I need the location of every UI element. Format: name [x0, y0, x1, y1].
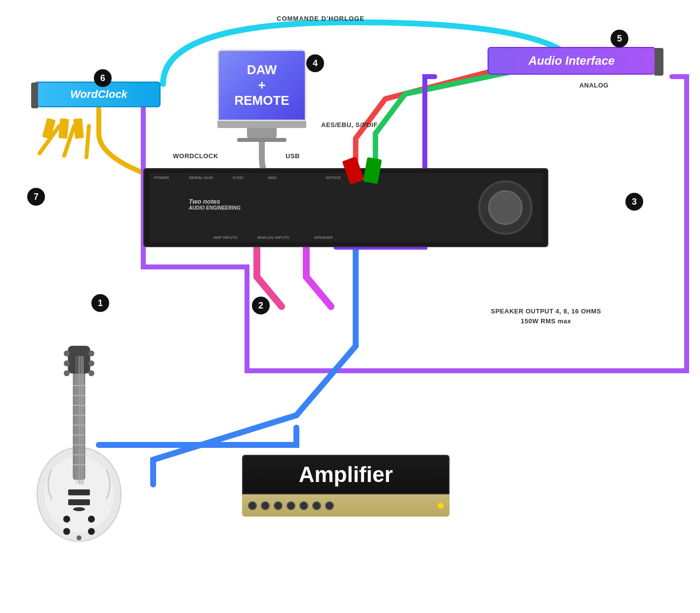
svg-point-11: [88, 360, 94, 366]
rack-fan: [478, 180, 533, 235]
amp-indicator: [438, 503, 444, 509]
amp-bottom: [242, 494, 450, 517]
badge-2: 2: [252, 297, 270, 314]
badge-1: 1: [91, 294, 109, 312]
daw-base: [217, 121, 306, 128]
daw-screen: DAW + REMOTE: [217, 49, 306, 121]
amp-knob-5: [299, 501, 308, 510]
badge-3: 3: [625, 193, 643, 211]
wordclock-label: WordClock: [70, 88, 127, 101]
amp-knob-6: [312, 501, 321, 510]
aes-label: AES/EBU, S/PDIF: [321, 121, 377, 129]
two-notes-brand: Two notes AUDIO ENGINEERING: [189, 198, 241, 211]
badge-5: 5: [611, 30, 628, 47]
rack-bottom-labels: AMP INPUTS ANALOG INPUTS SPEAKER: [213, 235, 332, 240]
svg-point-8: [64, 360, 70, 366]
commande-horloge-label: COMMANDE D'HORLOGE: [277, 15, 365, 22]
amp-knob-2: [261, 501, 270, 510]
daw-stand: [247, 128, 277, 138]
usb-label: USB: [286, 152, 300, 160]
amp-head: Amplifier: [242, 455, 450, 494]
wordclock-handle: [31, 83, 38, 108]
wordclock-connection-label: WORDCLOCK: [173, 152, 218, 160]
diagram-container: COMMANDE D'HORLOGE Audio Interface ANALO…: [0, 0, 700, 613]
amplifier-label: Amplifier: [299, 462, 393, 487]
amp-knob-4: [287, 501, 295, 510]
audio-interface-device: Audio Interface: [488, 47, 656, 75]
daw-monitor: DAW + REMOTE: [217, 49, 306, 142]
analog-label: ANALOG: [579, 82, 609, 89]
svg-point-33: [63, 528, 70, 535]
svg-point-30: [73, 507, 85, 511]
speaker-output-label: SPEAKER OUTPUT 4, 8, 16 OHMS 150W RMS ma…: [491, 306, 602, 326]
svg-point-10: [88, 350, 94, 356]
amp-knob-7: [325, 501, 334, 510]
amplifier-device: Amplifier: [242, 455, 450, 517]
guitar-container: [25, 336, 133, 549]
daw-foot: [237, 138, 287, 142]
svg-rect-29: [68, 499, 90, 505]
svg-point-7: [64, 350, 70, 356]
rack-fan-inner: [488, 190, 523, 225]
audio-interface-label: Audio Interface: [529, 54, 615, 68]
svg-point-12: [88, 370, 94, 376]
svg-point-34: [88, 528, 95, 535]
audio-interface-handle: [655, 48, 663, 76]
svg-line-2: [86, 126, 89, 157]
svg-point-35: [77, 535, 82, 540]
svg-rect-28: [68, 489, 90, 495]
badge-4: 4: [306, 54, 324, 72]
rack-port-labels: POWER SERIAL NUM SYNC MIDI NOTICE: [154, 175, 500, 180]
badge-6: 6: [94, 69, 112, 87]
svg-point-9: [64, 370, 70, 376]
guitar-svg: [25, 336, 133, 549]
wordclock-cables: [44, 119, 83, 138]
xlr-connectors: [346, 158, 380, 185]
svg-point-32: [88, 516, 95, 523]
badge-7: 7: [27, 188, 45, 206]
amp-knob-3: [274, 501, 283, 510]
amp-knob-1: [248, 501, 257, 510]
daw-text: DAW + REMOTE: [234, 62, 289, 109]
svg-point-31: [63, 516, 70, 523]
